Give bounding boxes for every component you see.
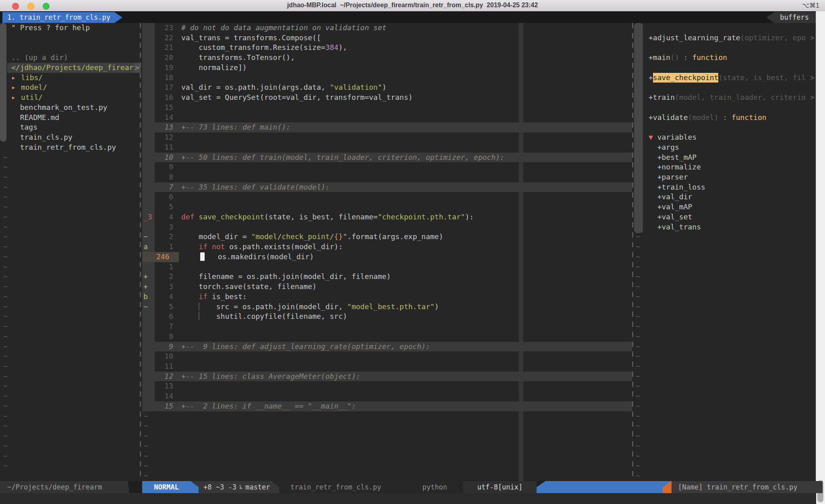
code-line[interactable]: 15: [142, 103, 632, 113]
tree-item[interactable]: </jdhao/Projects/deep_firear>: [7, 63, 141, 73]
tab-train-retr-from-cls[interactable]: 1. train_retr_from_cls.py: [2, 12, 122, 23]
code-line[interactable]: 8: [142, 332, 632, 342]
tag-item[interactable]: +best_mAP: [634, 153, 816, 163]
tag-item[interactable]: +normalize: [634, 162, 816, 172]
tag-item[interactable]: +train_loss: [634, 182, 816, 192]
code-line[interactable]: _34def save_checkpoint(state, is_best, f…: [142, 212, 632, 222]
empty-line-tilde: ~: [0, 222, 141, 232]
blank-line: [634, 103, 816, 113]
code-line[interactable]: 246 os.makedirs(model_dir): [142, 252, 632, 262]
tag-item[interactable]: +val_mAP: [634, 202, 816, 212]
tag-item[interactable]: +val_trans: [634, 222, 816, 232]
code-line[interactable]: ~5 src = os.path.join(model_dir, "model_…: [142, 302, 632, 312]
folded-code-line[interactable]: 10+-- 50 lines: def train(model, train_l…: [142, 153, 632, 163]
empty-line-tilde: ~: [0, 202, 141, 212]
gutter-sign: [142, 222, 155, 232]
tabline: 1. train_retr_from_cls.py buffers: [0, 11, 825, 23]
folded-code-line[interactable]: 9+-- 9 lines: def adjust_learning_rate(o…: [142, 342, 632, 352]
tree-item[interactable]: [0, 43, 141, 53]
code-line[interactable]: 23# do not do data augmentation on valid…: [142, 23, 632, 33]
code-line[interactable]: 1: [142, 262, 632, 272]
tag-item[interactable]: +parser: [634, 172, 816, 182]
line-number: 5: [155, 202, 177, 212]
code-line[interactable]: 5: [142, 202, 632, 212]
tag-item[interactable]: +train(model, train_loader, criterio>: [634, 93, 816, 103]
code-line[interactable]: ~2 model_dir = "model/check_point/{}".fo…: [142, 232, 632, 242]
empty-line-tilde: ~: [634, 471, 816, 481]
tag-item[interactable]: +save_checkpoint(state, is_best, fil>: [634, 73, 816, 83]
code-line[interactable]: 21 custom_transform.Resize(size=384),: [142, 43, 632, 53]
gutter-sign: a: [142, 242, 155, 252]
tag-item[interactable]: +val_set: [634, 212, 816, 222]
tree-item[interactable]: tags: [0, 122, 141, 132]
code-line[interactable]: 20 transforms.ToTensor(),: [142, 53, 632, 63]
buffers-label[interactable]: buffers: [766, 12, 816, 23]
tree-item[interactable]: ▸ util/: [0, 93, 141, 103]
code-line[interactable]: 12: [142, 132, 632, 143]
empty-line-tilde: ~: [634, 381, 816, 391]
line-number: 18: [155, 73, 177, 83]
code-line[interactable]: 17val_dir = os.path.join(args.data, "val…: [142, 83, 632, 93]
gutter-sign: [142, 192, 155, 202]
folded-code-line[interactable]: 13+-- 73 lines: def main():: [142, 122, 632, 132]
tree-item[interactable]: train_cls.py: [0, 132, 141, 143]
code-line[interactable]: 14: [142, 113, 632, 123]
nerdtree-scrollbar-thumb[interactable]: [0, 23, 6, 142]
gutter-sign: [142, 342, 155, 352]
code-line[interactable]: 6 shutil.copyfile(filename, src): [142, 312, 632, 322]
code-line[interactable]: 3: [142, 222, 632, 232]
folded-code-line[interactable]: 7+-- 35 lines: def validate(model):: [142, 182, 632, 192]
command-line-area[interactable]: [0, 493, 816, 504]
tree-item[interactable]: .. (up a dir): [0, 53, 141, 63]
gutter-sign: ~: [142, 302, 155, 312]
code-line[interactable]: a1 if not os.path.exists(model_dir):: [142, 242, 632, 252]
line-number: 15: [155, 401, 177, 411]
empty-line-tilde: ~: [0, 262, 141, 272]
tree-item[interactable]: ▸ model/: [0, 83, 141, 93]
empty-line-tilde: ~: [142, 461, 632, 471]
code-line[interactable]: 11: [142, 143, 632, 153]
code-line[interactable]: 16val_set = QuerySet(root=val_dir, trans…: [142, 93, 632, 103]
truncation-marker: >: [810, 73, 815, 83]
code-line[interactable]: 8: [142, 172, 632, 182]
folded-code-line[interactable]: 12+-- 15 lines: class AverageMeter(objec…: [142, 372, 632, 382]
tag-item[interactable]: +validate(model) : function: [634, 113, 816, 123]
code-line[interactable]: 13: [142, 381, 632, 391]
empty-line-tilde: ~: [0, 431, 141, 441]
tree-item[interactable]: [0, 33, 141, 43]
tree-item[interactable]: ▸ libs/: [0, 73, 141, 83]
tagbar-scrollbar-thumb[interactable]: [634, 23, 643, 233]
code-line[interactable]: 18: [142, 73, 632, 83]
code-line[interactable]: 7: [142, 322, 632, 332]
gutter-sign: [142, 372, 155, 382]
tag-item[interactable]: ▼ variables: [634, 132, 816, 143]
gutter-sign: [142, 132, 155, 143]
code-line[interactable]: 14: [142, 391, 632, 401]
tree-item[interactable]: train_retr_from_cls.py: [0, 143, 141, 153]
tree-item[interactable]: README.md: [0, 113, 141, 123]
right-scrollbar-track[interactable]: [816, 11, 825, 504]
statusline-git-segment: +8 ~3 -3 master: [199, 481, 276, 493]
folded-code-line[interactable]: 15+-- 2 lines: if __name__ == "__main__"…: [142, 401, 632, 411]
tree-item[interactable]: " Press ? for help: [0, 23, 141, 33]
tag-item[interactable]: +main() : function: [634, 53, 816, 63]
window-separator-right[interactable]: [632, 23, 633, 481]
tag-item[interactable]: +args: [634, 143, 816, 153]
code-line[interactable]: 6: [142, 192, 632, 202]
gutter-sign: [142, 312, 155, 322]
gutter-sign: _3: [142, 212, 155, 222]
code-line[interactable]: 10: [142, 351, 632, 361]
code-line[interactable]: b4 if is_best:: [142, 292, 632, 302]
tree-item[interactable]: benchmark_on_test.py: [0, 103, 141, 113]
code-line[interactable]: +2 filename = os.path.join(model_dir, fi…: [142, 272, 632, 282]
code-line[interactable]: 9: [142, 162, 632, 172]
code-line[interactable]: 19 normalize]): [142, 63, 632, 73]
code-line[interactable]: +3 torch.save(state, filename): [142, 282, 632, 292]
tag-item[interactable]: +adjust_learning_rate(optimizer, epo>: [634, 33, 816, 43]
code-line[interactable]: 22val_trans = transforms.Compose([: [142, 33, 632, 43]
code-line[interactable]: 11: [142, 361, 632, 372]
tag-item[interactable]: +val_dir: [634, 192, 816, 202]
empty-line-tilde: ~: [142, 431, 632, 441]
line-number: 6: [155, 312, 177, 322]
window-separator-left[interactable]: [140, 23, 141, 481]
